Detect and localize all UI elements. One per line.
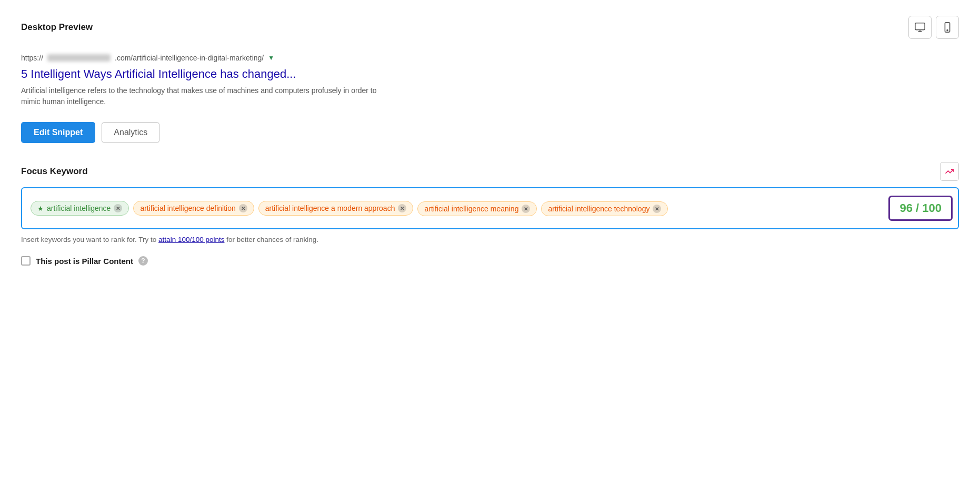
keyword-tag-ai-modern-approach: artificial intelligence a modern approac… <box>258 201 414 216</box>
url-dropdown-arrow[interactable]: ▼ <box>268 54 274 62</box>
keyword-hint: Insert keywords you want to rank for. Tr… <box>21 236 959 243</box>
svg-rect-0 <box>915 23 925 30</box>
keyword-tag-ai-technology: artificial intelligence technology ✕ <box>541 201 668 216</box>
tag-label: artificial intelligence <box>47 204 111 212</box>
hint-prefix: Insert keywords you want to rank for. Tr… <box>21 236 158 243</box>
hint-link[interactable]: attain 100/100 points <box>158 236 224 243</box>
url-suffix: .com/artificial-intelligence-in-digital-… <box>115 54 264 62</box>
tag-label: artificial intelligence a modern approac… <box>265 204 395 212</box>
focus-keyword-header: Focus Keyword <box>21 162 959 181</box>
trending-icon-button[interactable] <box>940 162 959 181</box>
tag-label: artificial intelligence meaning <box>424 205 518 213</box>
remove-tag-button[interactable]: ✕ <box>398 204 406 212</box>
score-badge: 96 / 100 <box>888 196 953 221</box>
snippet-title[interactable]: 5 Intelligent Ways Artificial Intelligen… <box>21 67 959 81</box>
pillar-checkbox[interactable] <box>21 256 31 266</box>
focus-keyword-label: Focus Keyword <box>21 166 88 177</box>
pillar-label: This post is Pillar Content <box>36 257 133 266</box>
pillar-content-row: This post is Pillar Content ? <box>21 256 959 266</box>
desktop-preview-label: Desktop Preview <box>21 22 93 33</box>
keyword-input-box[interactable]: ★ artificial intelligence ✕ artificial i… <box>21 187 959 229</box>
desktop-view-button[interactable] <box>908 16 932 39</box>
tag-label: artificial intelligence technology <box>548 205 649 213</box>
url-prefix: https:// <box>21 54 43 62</box>
remove-tag-button[interactable]: ✕ <box>522 205 530 213</box>
focus-keyword-section: Focus Keyword ★ artificial intelligence … <box>21 162 959 243</box>
remove-tag-button[interactable]: ✕ <box>239 204 247 212</box>
tag-label: artificial intelligence definition <box>140 204 235 212</box>
analytics-button[interactable]: Analytics <box>102 122 159 143</box>
star-icon: ★ <box>37 205 44 212</box>
help-icon[interactable]: ? <box>138 256 148 266</box>
device-icons <box>908 16 959 39</box>
mobile-view-button[interactable] <box>936 16 959 39</box>
snippet-description: Artificial intelligence refers to the te… <box>21 85 389 107</box>
remove-tag-button[interactable]: ✕ <box>114 204 122 212</box>
edit-snippet-button[interactable]: Edit Snippet <box>21 122 95 143</box>
keyword-tag-ai-definition: artificial intelligence definition ✕ <box>133 201 254 216</box>
svg-point-4 <box>947 30 948 31</box>
url-domain-blurred <box>47 54 111 62</box>
hint-suffix: for better chances of ranking. <box>226 236 318 243</box>
keyword-tag-artificial-intelligence: ★ artificial intelligence ✕ <box>31 201 129 216</box>
url-row: https:// .com/artificial-intelligence-in… <box>21 54 959 62</box>
keyword-tag-ai-meaning: artificial intelligence meaning ✕ <box>417 201 537 216</box>
header-row: Desktop Preview <box>21 16 959 39</box>
remove-tag-button[interactable]: ✕ <box>653 205 661 213</box>
button-row: Edit Snippet Analytics <box>21 122 959 143</box>
